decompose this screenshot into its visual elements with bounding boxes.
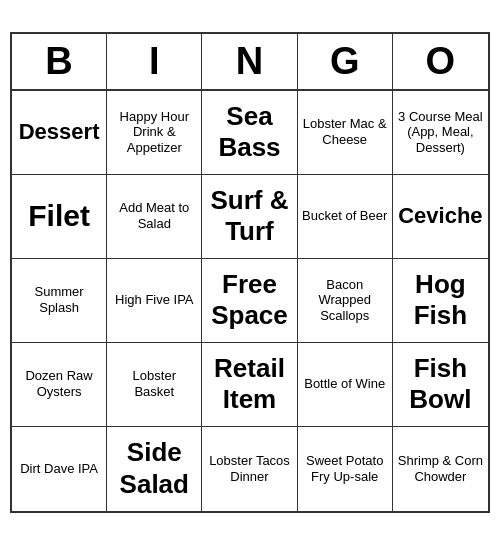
bingo-letter-n: N xyxy=(202,34,297,89)
bingo-cell-24: Shrimp & Corn Chowder xyxy=(393,427,488,511)
bingo-cell-5: Filet xyxy=(12,175,107,259)
bingo-cell-0: Dessert xyxy=(12,91,107,175)
bingo-cell-21: Side Salad xyxy=(107,427,202,511)
bingo-cell-20: Dirt Dave IPA xyxy=(12,427,107,511)
bingo-letter-i: I xyxy=(107,34,202,89)
bingo-cell-19: Fish Bowl xyxy=(393,343,488,427)
bingo-cell-13: Bacon Wrapped Scallops xyxy=(298,259,393,343)
bingo-letter-g: G xyxy=(298,34,393,89)
bingo-letter-o: O xyxy=(393,34,488,89)
bingo-cell-17: Retail Item xyxy=(202,343,297,427)
bingo-cell-8: Bucket of Beer xyxy=(298,175,393,259)
bingo-cell-1: Happy Hour Drink & Appetizer xyxy=(107,91,202,175)
bingo-cell-14: Hog Fish xyxy=(393,259,488,343)
bingo-cell-3: Lobster Mac & Cheese xyxy=(298,91,393,175)
bingo-letter-b: B xyxy=(12,34,107,89)
bingo-cell-12: Free Space xyxy=(202,259,297,343)
bingo-cell-4: 3 Course Meal (App, Meal, Dessert) xyxy=(393,91,488,175)
bingo-header: BINGO xyxy=(12,34,488,91)
bingo-cell-10: Summer Splash xyxy=(12,259,107,343)
bingo-cell-7: Surf & Turf xyxy=(202,175,297,259)
bingo-cell-16: Lobster Basket xyxy=(107,343,202,427)
bingo-cell-23: Sweet Potato Fry Up-sale xyxy=(298,427,393,511)
bingo-cell-22: Lobster Tacos Dinner xyxy=(202,427,297,511)
bingo-cell-11: High Five IPA xyxy=(107,259,202,343)
bingo-cell-18: Bottle of Wine xyxy=(298,343,393,427)
bingo-grid: DessertHappy Hour Drink & AppetizerSea B… xyxy=(12,91,488,511)
bingo-cell-2: Sea Bass xyxy=(202,91,297,175)
bingo-cell-6: Add Meat to Salad xyxy=(107,175,202,259)
bingo-cell-9: Ceviche xyxy=(393,175,488,259)
bingo-cell-15: Dozen Raw Oysters xyxy=(12,343,107,427)
bingo-card: BINGO DessertHappy Hour Drink & Appetize… xyxy=(10,32,490,513)
